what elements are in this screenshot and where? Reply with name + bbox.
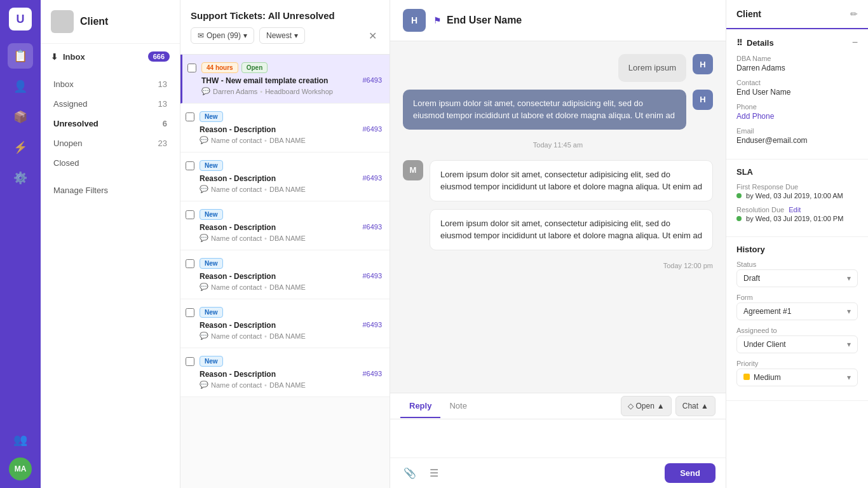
phone-value[interactable]: Add Phone [736, 112, 858, 121]
sidebar-item-unresolved[interactable]: Unresolved 6 [41, 114, 180, 133]
ticket-subject: Reason - Description #6493 [200, 321, 382, 330]
ticket-subject-text: Reason - Description [200, 174, 276, 183]
badge-new: New [200, 307, 223, 318]
ticket-content: New Reason - Description #6493 💬 Name of… [200, 258, 382, 291]
message-row: H Lorem ipsum [403, 54, 713, 82]
ticket-id: #6493 [362, 272, 382, 281]
nav-icon-settings[interactable]: ⚙️ [8, 165, 33, 191]
sidebar-inbox-row[interactable]: ⬇ Inbox 666 [41, 44, 180, 69]
sla-title-text: SLA [736, 167, 753, 177]
first-response-value: by Wed, 03 Jul 2019, 10:00 AM [736, 192, 858, 200]
nav-icon-tickets[interactable]: 📦 [8, 104, 33, 130]
edit-icon[interactable]: ✏ [850, 9, 858, 19]
ticket-checkbox[interactable] [186, 210, 194, 219]
sidebar-item-assigned-label: Assigned [53, 99, 87, 109]
form-dropdown[interactable]: Agreement #1 ▾ [736, 302, 858, 320]
ticket-checkbox[interactable] [187, 64, 196, 72]
ticket-subject: Reason - Description #6493 [200, 272, 382, 281]
tab-reply[interactable]: Reply [400, 395, 440, 418]
send-button[interactable]: Send [665, 463, 715, 483]
right-panel: Client ✏ ⠿ Details − DBA Name Darren Ada… [726, 0, 868, 488]
form-field: Form Agreement #1 ▾ [736, 294, 858, 320]
sidebar-item-inbox[interactable]: Inbox 13 [41, 74, 180, 94]
ticket-chat-icon: 💬 [201, 87, 210, 95]
sidebar: Client ⬇ Inbox 666 Inbox 13 Assigned 13 … [41, 0, 180, 488]
dba-value: Darren Adams [736, 64, 858, 72]
reply-tabs: Reply Note ◇ Open ▲ Chat ▲ [390, 393, 726, 419]
nav-avatar[interactable]: MA [9, 458, 32, 480]
action-chat-btn[interactable]: Chat ▲ [675, 396, 715, 416]
filter-newest-chevron: ▾ [294, 31, 298, 40]
ticket-dot: • [264, 283, 267, 291]
ticket-chat-icon: 💬 [200, 234, 208, 242]
flag-icon: ⚑ [433, 15, 442, 25]
message-bubble: Lorem ipsum [618, 54, 686, 82]
ticket-item[interactable]: 44 hours Open THW - New email template c… [180, 55, 390, 104]
filter-open-btn[interactable]: ✉ Open (99) ▾ [191, 27, 254, 44]
ticket-subject-text: Reason - Description [200, 272, 276, 281]
assigned-dropdown[interactable]: Under Client ▾ [736, 336, 858, 353]
ticket-item[interactable]: New Reason - Description #6493 💬 Name of… [180, 152, 390, 201]
manage-filters[interactable]: Manage Filters [41, 180, 180, 200]
ticket-contact: Name of contact [211, 234, 262, 242]
ticket-item[interactable]: New Reason - Description #6493 💬 Name of… [180, 299, 390, 348]
ticket-item[interactable]: New Reason - Description #6493 💬 Name of… [180, 201, 390, 250]
filter-newest-btn[interactable]: Newest ▾ [259, 27, 305, 44]
ticket-item[interactable]: New Reason - Description #6493 💬 Name of… [180, 250, 390, 299]
sla-section-title: SLA [736, 167, 753, 177]
text-format-btn[interactable]: ☰ [424, 464, 444, 483]
ticket-checkbox[interactable] [186, 259, 194, 268]
nav-icon-integrations[interactable]: ⚡ [8, 135, 33, 160]
contact-field: Contact End User Name [736, 79, 858, 97]
resolution-label-text: Resolution Due [736, 206, 784, 214]
ticket-subject: Reason - Description #6493 [200, 125, 382, 134]
status-chevron-icon: ▾ [847, 274, 851, 283]
sidebar-item-unopen[interactable]: Unopen 23 [41, 133, 180, 153]
sidebar-item-closed[interactable]: Closed [41, 153, 180, 173]
dba-label: DBA Name [736, 55, 858, 62]
message-row: H Lorem ipsum dolor sit amet, consectetu… [403, 90, 713, 130]
message-bubble: Lorem ipsum dolor sit amet, consectetur … [403, 90, 686, 130]
ticket-subject: THW - New email template creation #6493 [201, 76, 382, 85]
status-dropdown[interactable]: Draft ▾ [736, 269, 858, 287]
details-dots-icon: ⠿ [736, 38, 743, 48]
tab-note[interactable]: Note [440, 395, 475, 418]
first-response-text: by Wed, 03 Jul 2019, 10:00 AM [746, 192, 843, 200]
resolution-edit-link[interactable]: Edit [789, 206, 801, 214]
ticket-checkbox[interactable] [186, 112, 194, 121]
sla-section: SLA First Response Due by Wed, 03 Jul 20… [726, 159, 868, 237]
ticket-checkbox[interactable] [186, 357, 194, 366]
ticket-meta: 💬 Darren Adams • Headboard Workshop [201, 87, 382, 95]
nav-icon-users[interactable]: 👥 [8, 427, 33, 452]
form-label: Form [736, 294, 858, 301]
ticket-item[interactable]: New Reason - Description #6493 💬 Name of… [180, 348, 390, 397]
ticket-badges: 44 hours Open [201, 62, 382, 73]
details-collapse-btn[interactable]: − [852, 37, 858, 48]
attachment-btn[interactable]: 📎 [400, 464, 419, 483]
ticket-list-close-btn[interactable]: ✕ [366, 29, 379, 43]
ticket-dot: • [264, 332, 267, 340]
ticket-dba: DBA NAME [269, 186, 306, 193]
ticket-item[interactable]: New Reason - Description #6493 💬 Name of… [180, 104, 390, 152]
sidebar-item-assigned[interactable]: Assigned 13 [41, 94, 180, 114]
priority-dot-icon [743, 374, 750, 380]
app-logo[interactable]: U [9, 8, 32, 30]
priority-dropdown[interactable]: Medium ▾ [736, 369, 858, 386]
assigned-label: Assigneed to [736, 327, 858, 334]
assigned-field: Assigneed to Under Client ▾ [736, 327, 858, 353]
priority-field: Priority Medium ▾ [736, 360, 858, 386]
message-time: Today 11:45 am [403, 141, 713, 149]
dba-field: DBA Name Darren Adams [736, 55, 858, 72]
details-section-title: ⠿ Details [736, 38, 774, 48]
nav-icon-contacts[interactable]: 👤 [8, 74, 33, 99]
nav-icon-inbox[interactable]: 📋 [8, 43, 33, 69]
action-open-btn[interactable]: ◇ Open ▲ [621, 396, 672, 416]
form-chevron-icon: ▾ [847, 307, 851, 316]
sla-green-dot-2 [736, 216, 742, 221]
ticket-checkbox[interactable] [186, 161, 194, 170]
reply-input[interactable] [390, 419, 726, 458]
inbox-arrow-icon: ⬇ [51, 52, 58, 62]
ticket-checkbox[interactable] [186, 308, 194, 317]
ticket-dot: • [264, 137, 267, 144]
right-panel-header: Client ✏ [726, 0, 868, 29]
